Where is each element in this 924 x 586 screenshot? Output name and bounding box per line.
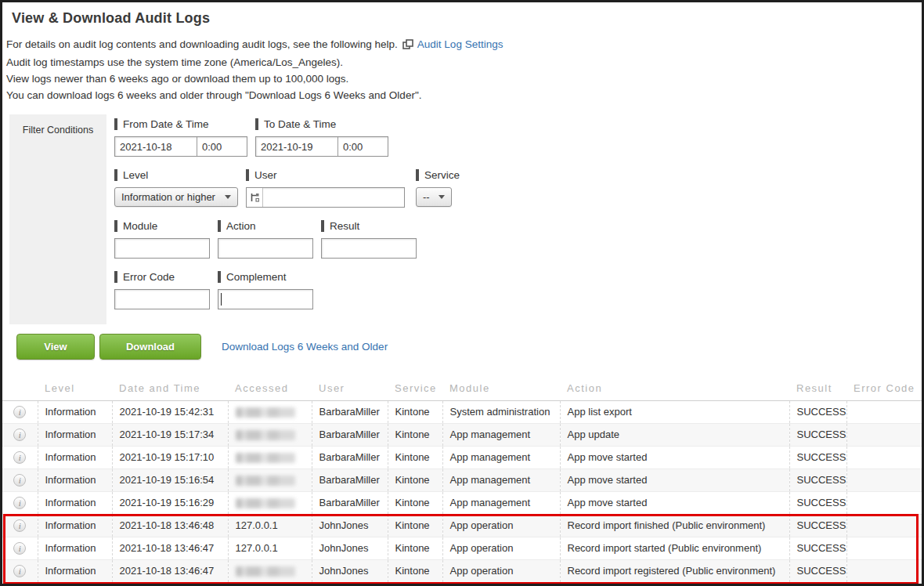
- service-cell: Kintone: [388, 468, 442, 491]
- redacted-ip: [236, 498, 295, 508]
- complement-group: Complement: [218, 271, 313, 309]
- from-datetime-label: From Date & Time: [114, 118, 247, 130]
- action-cell: Record import registered (Public environ…: [560, 559, 789, 582]
- service-cell: Kintone: [388, 514, 442, 537]
- level-cell: Information: [38, 423, 112, 446]
- complement-input[interactable]: [218, 289, 313, 309]
- label-bar: [114, 118, 117, 130]
- action-cell: App move started: [560, 468, 789, 491]
- header-module: Module: [442, 377, 560, 400]
- log-row: iInformation2021-10-19 15:17:10BarbaraMi…: [2, 446, 924, 468]
- level-group: Level Information or higher: [114, 169, 238, 207]
- header-level: Level: [38, 377, 112, 400]
- from-date-value[interactable]: 2021-10-18: [115, 137, 197, 156]
- info-icon[interactable]: i: [13, 565, 26, 577]
- filter-row-level-user-service: Level Information or higher User Service: [114, 169, 467, 208]
- label-bar: [416, 169, 419, 181]
- result-label: Result: [321, 220, 417, 232]
- info-icon[interactable]: i: [13, 451, 26, 464]
- datetime-cell: 2021-10-18 13:46:47: [112, 537, 228, 559]
- user-cell: BarbaraMiller: [312, 423, 388, 446]
- user-input[interactable]: [263, 188, 404, 207]
- service-selected-value: --: [423, 191, 430, 203]
- from-datetime-input[interactable]: 2021-10-18 0:00: [114, 136, 247, 157]
- info-icon[interactable]: i: [13, 542, 26, 555]
- audit-log-table-section: Level Date and Time Accessed User Servic…: [2, 377, 922, 583]
- service-group: Service --: [416, 169, 460, 207]
- from-datetime-group: From Date & Time 2021-10-18 0:00: [114, 118, 247, 157]
- to-datetime-label: To Date & Time: [255, 118, 388, 130]
- header-action: Action: [560, 377, 789, 400]
- result-cell: SUCCESS: [789, 423, 846, 446]
- to-date-value[interactable]: 2021-10-19: [256, 137, 337, 156]
- level-cell: Information: [38, 514, 112, 537]
- datetime-cell: 2021-10-19 15:17:10: [112, 446, 228, 468]
- label-bar: [218, 220, 221, 232]
- user-label: User: [246, 169, 405, 181]
- service-cell: Kintone: [388, 537, 442, 559]
- error-code-input[interactable]: [114, 289, 210, 309]
- audit-log-table: Level Date and Time Accessed User Servic…: [2, 377, 924, 583]
- module-cell: App management: [442, 491, 560, 514]
- module-cell: App management: [442, 468, 560, 491]
- level-selected-value: Information or higher: [121, 191, 215, 203]
- action-input[interactable]: [218, 238, 313, 259]
- to-time-value[interactable]: 0:00: [337, 137, 388, 156]
- service-cell: Kintone: [388, 423, 442, 446]
- info-icon[interactable]: i: [13, 429, 26, 441]
- accessed-cell: 127.0.0.1: [228, 537, 312, 559]
- label-bar: [321, 220, 324, 232]
- action-label: Action: [218, 220, 313, 232]
- user-cell: JohnJones: [312, 537, 388, 559]
- from-time-value[interactable]: 0:00: [197, 137, 247, 156]
- header-user: User: [312, 377, 388, 400]
- datetime-cell: 2021-10-19 15:42:31: [112, 400, 228, 423]
- view-button[interactable]: View: [16, 334, 95, 360]
- result-cell: SUCCESS: [789, 400, 846, 423]
- audit-log-settings-link[interactable]: Audit Log Settings: [417, 38, 504, 50]
- info-icon[interactable]: i: [13, 497, 26, 509]
- result-cell: SUCCESS: [789, 514, 846, 537]
- accessed-cell: [228, 400, 312, 423]
- level-cell: Information: [38, 559, 112, 582]
- datetime-cell: 2021-10-19 15:17:34: [112, 423, 228, 446]
- header-accessed: Accessed: [228, 377, 312, 400]
- label-bar: [114, 169, 117, 181]
- module-cell: App operation: [442, 514, 560, 537]
- log-row: iInformation2021-10-19 15:42:31BarbaraMi…: [2, 400, 924, 423]
- info-icon[interactable]: i: [13, 474, 26, 487]
- header-error-code: Error Code: [846, 377, 924, 400]
- level-select[interactable]: Information or higher: [114, 187, 238, 207]
- redacted-ip: [236, 407, 295, 418]
- user-cell: JohnJones: [312, 514, 388, 537]
- module-cell: App operation: [442, 559, 560, 582]
- module-input[interactable]: [114, 238, 210, 259]
- header-result: Result: [789, 377, 846, 400]
- log-row: iInformation2021-10-18 13:46:48127.0.0.1…: [2, 514, 924, 537]
- download-button[interactable]: Download: [99, 334, 201, 360]
- label-bar: [114, 271, 117, 283]
- info-icon[interactable]: i: [13, 406, 26, 418]
- accessed-cell: [228, 468, 312, 491]
- module-group: Module: [114, 220, 210, 259]
- service-select[interactable]: --: [416, 187, 452, 207]
- complement-label: Complement: [218, 271, 313, 283]
- accessed-value: 127.0.0.1: [236, 519, 278, 531]
- label-bar: [246, 169, 249, 181]
- filter-row-error-complement: Error Code Complement: [114, 271, 467, 309]
- intro-line-3: View logs newer than 6 weeks ago or down…: [6, 71, 922, 87]
- label-bar: [255, 118, 258, 130]
- to-datetime-input[interactable]: 2021-10-19 0:00: [255, 136, 388, 157]
- audit-logs-page: View & Download Audit Logs For details o…: [0, 0, 924, 586]
- result-input[interactable]: [321, 238, 417, 259]
- info-icon[interactable]: i: [13, 519, 26, 532]
- download-old-logs-link[interactable]: Download Logs 6 Weeks and Older: [222, 341, 388, 353]
- level-cell: Information: [38, 400, 112, 423]
- module-cell: System administration: [442, 400, 560, 423]
- org-selection-icon[interactable]: [247, 188, 263, 207]
- accessed-value: 127.0.0.1: [236, 542, 278, 554]
- user-cell: JohnJones: [312, 559, 388, 582]
- filter-fields: From Date & Time 2021-10-18 0:00 To Date…: [114, 114, 467, 324]
- accessed-cell: [228, 423, 312, 446]
- text-cursor: [221, 293, 222, 306]
